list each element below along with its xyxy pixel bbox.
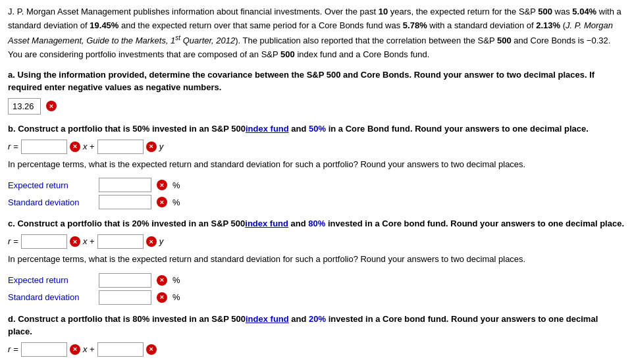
question-c-expected-return-pct: % xyxy=(172,274,180,287)
question-b-y-label: y xyxy=(159,140,164,153)
question-b-y-error-icon[interactable]: × xyxy=(146,142,157,152)
question-b-section: b. Construct a portfolio that is 50% inv… xyxy=(8,122,624,209)
question-d-label: d. Construct a portfolio that is 80% inv… xyxy=(8,313,624,338)
question-c-equals: = xyxy=(13,235,18,248)
question-d-r-equation: r = × x + × xyxy=(8,342,624,357)
question-c-std-dev-error-icon[interactable]: × xyxy=(157,292,167,303)
question-b-r-equation: r = × x + × y xyxy=(8,140,624,154)
question-b-label: b. Construct a portfolio that is 50% inv… xyxy=(8,122,624,136)
question-b-std-dev-error-icon[interactable]: × xyxy=(157,197,167,207)
question-a-section: a. Using the information provided, deter… xyxy=(8,68,624,115)
question-d-section: d. Construct a portfolio that is 80% inv… xyxy=(8,313,624,357)
question-c-r-label: r xyxy=(8,235,11,248)
question-d-x-error-icon[interactable]: × xyxy=(70,344,80,355)
question-c-followup-text: In percentage terms, what is the expecte… xyxy=(8,253,624,267)
question-b-std-dev-label: Standard deviation xyxy=(8,196,93,209)
question-c-expected-return-input[interactable] xyxy=(99,273,151,288)
question-b-std-dev-pct: % xyxy=(172,196,180,209)
question-a-input-row: 13.26 × xyxy=(8,98,624,115)
question-d-y-error-icon[interactable]: × xyxy=(146,344,157,355)
question-c-r-equation: r = × x + × y xyxy=(8,234,624,249)
question-c-expected-return-error-icon[interactable]: × xyxy=(157,275,167,286)
question-b-equals: = xyxy=(13,140,18,153)
question-b-x-error-icon[interactable]: × xyxy=(70,142,80,152)
question-d-x-input[interactable] xyxy=(21,342,67,357)
question-d-equals: = xyxy=(13,343,18,356)
question-a-label: a. Using the information provided, deter… xyxy=(8,68,624,94)
question-c-expected-return-label: Expected return xyxy=(8,274,93,287)
question-a-answer-box: 13.26 xyxy=(8,98,41,115)
question-c-x-error-icon[interactable]: × xyxy=(70,236,80,247)
question-b-y-input[interactable] xyxy=(97,140,144,154)
question-c-y-input[interactable] xyxy=(97,234,144,249)
question-c-y-label: y xyxy=(159,235,164,248)
question-d-y-input[interactable] xyxy=(97,342,144,357)
question-b-expected-return-pct: % xyxy=(172,179,180,192)
question-a-error-icon[interactable]: × xyxy=(46,101,57,111)
question-c-x-plus: x + xyxy=(83,235,95,248)
question-b-r-label: r xyxy=(8,140,11,153)
question-d-x-plus: x + xyxy=(83,343,95,356)
question-b-expected-return-input[interactable] xyxy=(99,178,151,192)
question-b-std-dev-input[interactable] xyxy=(99,195,151,209)
question-b-expected-return-error-icon[interactable]: × xyxy=(157,180,167,190)
question-c-std-dev-row: Standard deviation × % xyxy=(8,290,624,305)
question-c-section: c. Construct a portfolio that is 20% inv… xyxy=(8,217,624,304)
main-paragraph: J. P. Morgan Asset Management publishes … xyxy=(8,5,624,62)
question-d-r-label: r xyxy=(8,343,11,356)
question-b-std-dev-row: Standard deviation × % xyxy=(8,195,624,209)
question-c-x-input[interactable] xyxy=(21,234,67,249)
question-c-expected-return-row: Expected return × % xyxy=(8,273,624,288)
question-c-y-error-icon[interactable]: × xyxy=(146,236,157,247)
question-b-x-input[interactable] xyxy=(21,140,67,154)
question-c-std-dev-pct: % xyxy=(172,291,180,304)
question-b-expected-return-label: Expected return xyxy=(8,179,93,192)
question-c-std-dev-input[interactable] xyxy=(99,290,151,305)
question-b-followup-text: In percentage terms, what is the expecte… xyxy=(8,158,624,172)
question-c-std-dev-label: Standard deviation xyxy=(8,291,93,304)
question-b-x-plus: x + xyxy=(83,140,95,153)
question-b-expected-return-row: Expected return × % xyxy=(8,178,624,192)
question-c-label: c. Construct a portfolio that is 20% inv… xyxy=(8,217,624,230)
